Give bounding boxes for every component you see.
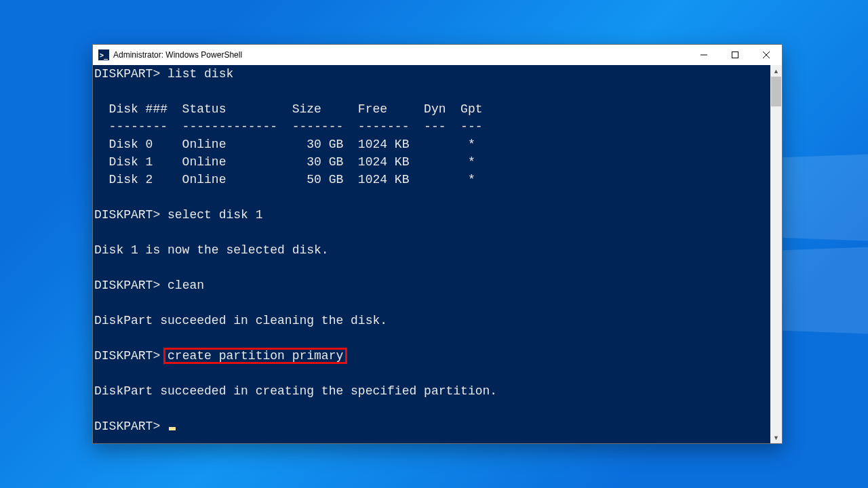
command-create-partition-highlight: create partition primary (165, 349, 346, 363)
close-button[interactable] (751, 45, 782, 65)
scroll-thumb[interactable] (771, 77, 781, 106)
maximize-button[interactable] (719, 45, 751, 65)
prompt: DISKPART> (94, 349, 160, 363)
console-output[interactable]: DISKPART> list disk Disk ### Status Size… (93, 65, 770, 443)
message-create-success: DiskPart succeeded in creating the speci… (94, 384, 497, 398)
prompt: DISKPART> (94, 279, 160, 292)
text-cursor (169, 427, 176, 430)
scroll-up-icon[interactable]: ▲ (770, 65, 782, 77)
svg-rect-0 (732, 52, 738, 58)
disk-table-divider: -------- ------------- ------- ------- -… (94, 120, 483, 134)
message-clean-success: DiskPart succeeded in cleaning the disk. (94, 314, 387, 327)
disk-row-2: Disk 2 Online 50 GB 1024 KB * (94, 173, 475, 186)
titlebar[interactable]: >_ Administrator: Windows PowerShell (93, 45, 782, 65)
disk-row-0: Disk 0 Online 30 GB 1024 KB * (94, 138, 475, 151)
prompt: DISKPART> (94, 420, 160, 433)
powershell-icon: >_ (98, 49, 109, 60)
disk-row-1: Disk 1 Online 30 GB 1024 KB * (94, 155, 475, 169)
command-select-disk: select disk 1 (167, 208, 262, 222)
window-title: Administrator: Windows PowerShell (113, 50, 242, 60)
prompt: DISKPART> (94, 67, 160, 81)
command-list-disk: list disk (167, 67, 233, 81)
scroll-down-icon[interactable]: ▼ (770, 432, 782, 443)
command-clean: clean (167, 279, 204, 292)
powershell-window: >_ Administrator: Windows PowerShell DIS… (92, 44, 783, 444)
minimize-button[interactable] (688, 45, 719, 65)
desktop-windows-logo (780, 156, 868, 332)
disk-table-header: Disk ### Status Size Free Dyn Gpt (94, 102, 483, 116)
vertical-scrollbar[interactable]: ▲ ▼ (770, 65, 782, 443)
prompt: DISKPART> (94, 208, 160, 222)
message-disk-selected: Disk 1 is now the selected disk. (94, 243, 329, 257)
